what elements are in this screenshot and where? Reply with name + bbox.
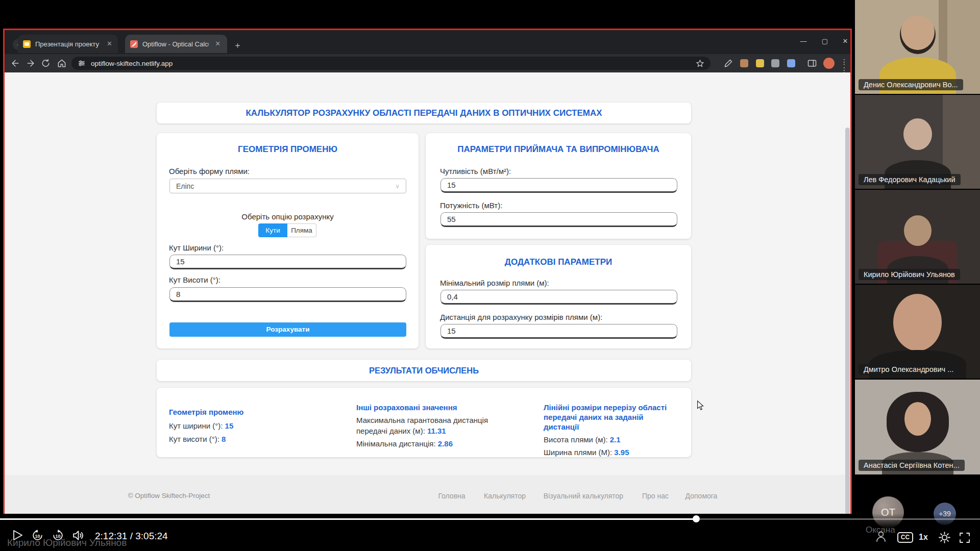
footer-link-help[interactable]: Допомога	[685, 492, 718, 500]
height-angle-input[interactable]	[169, 287, 406, 302]
window-maximize-button[interactable]: ▢	[820, 37, 830, 45]
mouse-cursor	[695, 400, 706, 411]
height-angle-label: Кут Висоти (°):	[169, 276, 220, 284]
results-col-title: Інші розраховані значення	[356, 403, 520, 412]
participant-tile-kyrylo: Кирило Юрійович Ульянов	[855, 190, 980, 284]
result-value: 2.1	[610, 435, 621, 444]
footer-link-calculator[interactable]: Калькулятор	[484, 492, 526, 500]
page-scrollbar[interactable]	[845, 128, 850, 514]
watermark-viewer-name: Кирило Юрійович Ульянов	[7, 537, 127, 548]
tab-close-icon[interactable]: ✕	[106, 39, 113, 48]
results-title-card: РЕЗУЛЬТАТИ ОБЧИСЛЕНЬ	[157, 360, 691, 381]
footer-link-visual-calculator[interactable]: Візуальний калькулятор	[544, 492, 623, 500]
side-panel-icon[interactable]	[807, 58, 817, 68]
shape-label: Оберіть форму плями:	[169, 167, 250, 176]
results-col-linear: Лінійні розміри перерізу області передач…	[544, 403, 697, 458]
geometry-panel: ГЕОМЕТРІЯ ПРОМЕНЮ Оберіть форму плями: Е…	[157, 133, 419, 348]
calculate-button[interactable]: Розрахувати	[169, 322, 406, 337]
shape-select[interactable]: Еліпс ∨	[169, 179, 406, 193]
additional-panel-title: ДОДАТКОВІ ПАРАМЕТРИ	[426, 257, 691, 267]
result-value: 2.86	[438, 439, 453, 448]
toggle-angles-button[interactable]: Кути	[258, 223, 287, 237]
tab-title: Презентація проекту - Google	[35, 40, 101, 48]
geometry-panel-title: ГЕОМЕТРІЯ ПРОМЕНЮ	[157, 144, 419, 155]
result-label: Висота плями (м):	[544, 435, 608, 444]
progress-knob[interactable]	[693, 515, 700, 522]
browser-toolbar: optiflow-skiftech.netlify.app ⋮⋮	[5, 54, 850, 72]
window-close-button[interactable]: ✕	[840, 37, 850, 45]
power-input[interactable]	[440, 212, 677, 227]
results-title: РЕЗУЛЬТАТИ ОБЧИСЛЕНЬ	[157, 366, 691, 375]
bookmark-star-icon[interactable]	[696, 59, 704, 68]
additional-panel: ДОДАТКОВІ ПАРАМЕТРИ Мінімальний розмір п…	[426, 245, 691, 348]
captions-button[interactable]: CC	[897, 532, 913, 543]
result-value: 3.95	[614, 448, 629, 457]
results-col-title: Геометрія променю	[169, 407, 337, 417]
shared-browser-window: ⌄ Презентація проекту - Google ✕ Optiflo…	[3, 29, 852, 514]
footer-copyright: © Optiflow Skiftech-Project	[128, 492, 210, 499]
participant-tile-anastasiia: Анастасія Сергіївна Котен...	[855, 380, 980, 474]
chevron-down-icon: ∨	[395, 183, 400, 190]
width-angle-input[interactable]	[169, 255, 406, 269]
playback-speed-button[interactable]: 1x	[919, 533, 928, 542]
extension-icon-4[interactable]	[787, 59, 795, 67]
person-icon	[875, 530, 887, 544]
extension-icon-3[interactable]	[771, 59, 779, 67]
sensitivity-input[interactable]	[440, 178, 677, 193]
min-spot-label: Мінімальний розмір плями (м):	[440, 279, 549, 287]
reload-icon[interactable]	[41, 58, 51, 68]
page-footer: © Optiflow Skiftech-Project Головна Каль…	[5, 475, 850, 514]
participant-tile-lev: Лев Федорович Кадацький	[855, 95, 980, 189]
video-call-stage: ⌄ Презентація проекту - Google ✕ Optiflo…	[0, 0, 980, 551]
results-col-other: Інші розраховані значення Максимальна га…	[356, 403, 520, 449]
browser-tab-strip: ⌄ Презентація проекту - Google ✕ Optiflo…	[5, 30, 850, 54]
fullscreen-icon[interactable]	[959, 532, 971, 546]
result-label: Кут висоти (°):	[169, 435, 219, 443]
address-bar[interactable]: optiflow-skiftech.netlify.app	[71, 57, 710, 70]
browser-tab-presentation[interactable]: Презентація проекту - Google ✕	[18, 35, 118, 53]
progress-remaining	[700, 518, 980, 520]
participant-name: Кирило Юрійович Ульянов	[859, 269, 960, 280]
browser-tab-optiflow-active[interactable]: Optiflow - Optical Calcus ✕	[125, 35, 227, 53]
profile-avatar-icon[interactable]	[823, 58, 835, 69]
participant-name: Лев Федорович Кадацький	[859, 174, 961, 185]
width-angle-label: Кут Ширини (°):	[169, 243, 224, 252]
forward-icon[interactable]	[26, 58, 36, 68]
receiver-panel-title: ПАРАМЕТРИ ПРИЙМАЧА ТА ВИПРОМІНЮВАЧА	[426, 144, 691, 155]
results-col-geometry: Геометрія променю Кут ширини (°): 15 Кут…	[169, 407, 337, 444]
min-spot-input[interactable]	[440, 290, 677, 305]
result-label: Мінімальна дистанція:	[356, 439, 436, 448]
home-icon[interactable]	[57, 58, 67, 68]
footer-link-home[interactable]: Головна	[438, 492, 465, 500]
tab-close-icon[interactable]: ✕	[214, 39, 222, 48]
extension-icon-1[interactable]	[740, 59, 748, 67]
results-col-title: Лінійні розміри перерізу області передач…	[544, 403, 676, 432]
page-title: КАЛЬКУЛЯТОР РОЗРАХУНКУ ОБЛАСТІ ПЕРЕДАЧІ …	[157, 108, 691, 118]
slides-favicon-icon	[23, 40, 31, 48]
result-label: Максимальна гарантована дистанція переда…	[356, 416, 488, 435]
window-minimize-button[interactable]: —	[798, 37, 808, 45]
result-value: 11.31	[427, 427, 446, 435]
extension-icon-2[interactable]	[756, 59, 764, 67]
participant-tile-dmytro: Дмитро Олександрович ...	[855, 285, 980, 379]
shape-select-value: Еліпс	[176, 182, 194, 190]
browser-menu-icon[interactable]: ⋮⋮	[841, 58, 848, 74]
back-icon[interactable]	[10, 58, 20, 68]
settings-gear-icon[interactable]	[938, 531, 951, 546]
calc-mode-toggle: Кути Пляма	[258, 223, 316, 237]
video-player-bar: 10 10 2:12:31 / 3:05:24 Кирило Юрійович …	[0, 514, 980, 551]
new-tab-button[interactable]: ＋	[233, 39, 242, 51]
url-text: optiflow-skiftech.netlify.app	[91, 60, 696, 67]
power-label: Потужність (мВт):	[440, 201, 502, 210]
participant-name: Денис Олександрович Во...	[859, 79, 963, 90]
distance-input[interactable]	[440, 324, 677, 339]
progress-played	[0, 518, 696, 520]
annotate-pen-icon[interactable]	[723, 58, 733, 68]
footer-link-about[interactable]: Про нас	[642, 492, 669, 500]
tab-title: Optiflow - Optical Calcus	[142, 40, 209, 48]
participant-name: Дмитро Олександрович ...	[859, 364, 959, 375]
optiflow-page: КАЛЬКУЛЯТОР РОЗРАХУНКУ ОБЛАСТІ ПЕРЕДАЧІ …	[5, 72, 850, 514]
option-label: Оберіть опцію розрахунку	[157, 212, 419, 221]
toggle-spot-button[interactable]: Пляма	[287, 223, 316, 237]
result-label: Кут ширини (°):	[169, 421, 223, 430]
